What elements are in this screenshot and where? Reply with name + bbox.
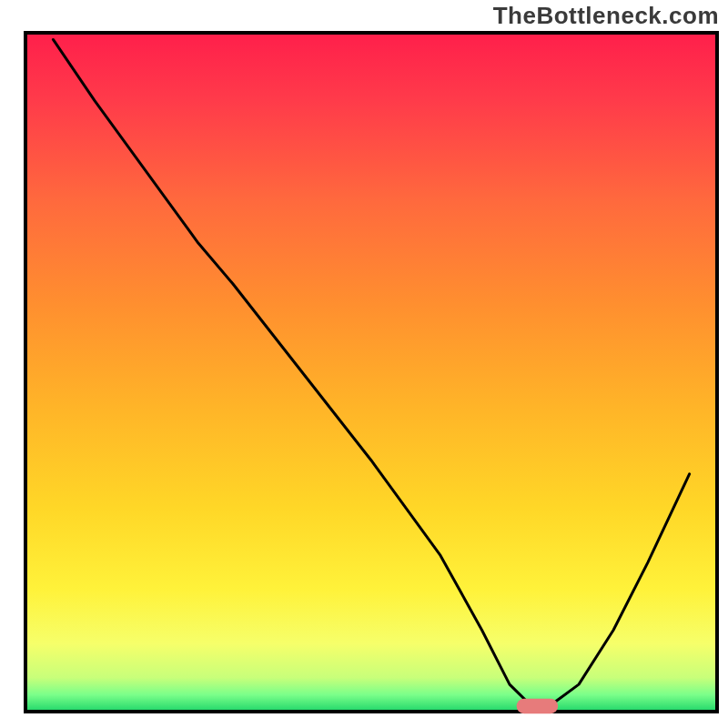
plot-background [25,33,717,712]
watermark-text: TheBottleneck.com [493,2,719,30]
bottleneck-chart [0,0,728,728]
optimal-range-marker [517,699,559,713]
chart-container: TheBottleneck.com [0,0,728,728]
